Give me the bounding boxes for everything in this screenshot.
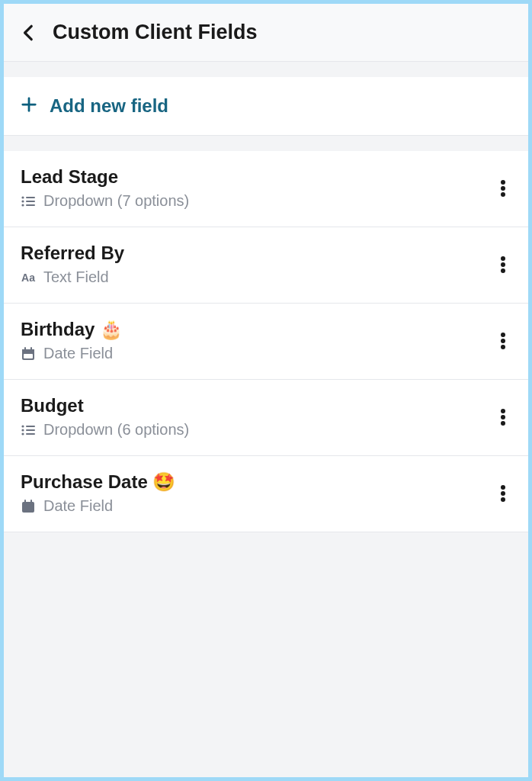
- calendar-icon: [21, 347, 36, 361]
- svg-rect-17: [30, 347, 32, 351]
- back-button[interactable]: [19, 23, 39, 43]
- field-type-row: Dropdown (7 options): [21, 192, 189, 210]
- field-info: Lead Stage Dropdown (7 options): [21, 166, 189, 210]
- more-vertical-icon: [501, 256, 505, 274]
- list-icon: [21, 425, 36, 435]
- more-vertical-icon: [501, 484, 505, 503]
- svg-point-8: [501, 180, 505, 185]
- fields-list: Lead Stage Dropdown (7 options): [4, 151, 528, 532]
- svg-point-11: [501, 256, 505, 261]
- field-type-label: Date Field: [43, 345, 113, 362]
- more-menu-button[interactable]: [495, 249, 511, 280]
- svg-rect-15: [22, 349, 34, 352]
- more-vertical-icon: [501, 179, 505, 198]
- svg-rect-3: [26, 197, 35, 198]
- add-field-label: Add new field: [50, 95, 168, 117]
- field-type-row: Dropdown (6 options): [21, 421, 189, 439]
- svg-point-35: [501, 485, 505, 490]
- field-title: Purchase Date 🤩: [21, 471, 175, 493]
- svg-point-4: [21, 200, 24, 202]
- page-header: Custom Client Fields: [4, 4, 528, 62]
- list-icon: [21, 196, 36, 207]
- field-item-birthday[interactable]: Birthday 🎂 Date Field: [4, 304, 528, 380]
- svg-point-13: [501, 268, 505, 273]
- svg-rect-7: [26, 204, 35, 206]
- field-item-purchase-date[interactable]: Purchase Date 🤩 Date Field: [4, 456, 528, 532]
- more-vertical-icon: [501, 332, 505, 350]
- svg-rect-32: [22, 502, 34, 513]
- svg-rect-33: [24, 500, 26, 503]
- svg-point-31: [501, 421, 505, 426]
- chevron-left-icon: [19, 23, 39, 43]
- text-icon: Aa: [21, 272, 36, 284]
- svg-rect-28: [26, 433, 35, 435]
- field-title: Budget: [21, 395, 189, 416]
- spacer: [4, 62, 528, 77]
- app-container: Custom Client Fields Add new field Lead …: [4, 4, 528, 777]
- field-type-label: Text Field: [43, 268, 109, 286]
- svg-point-22: [501, 345, 505, 349]
- field-title: Referred By: [21, 243, 124, 264]
- field-title: Birthday 🎂: [21, 319, 123, 340]
- field-type-label: Dropdown (6 options): [43, 421, 189, 439]
- svg-point-21: [501, 339, 505, 343]
- more-menu-button[interactable]: [495, 402, 511, 432]
- more-menu-button[interactable]: [495, 326, 511, 356]
- field-info: Budget Dropdown (6 options): [21, 395, 189, 439]
- add-new-field-button[interactable]: Add new field: [4, 77, 528, 136]
- svg-point-23: [21, 425, 24, 427]
- field-item-lead-stage[interactable]: Lead Stage Dropdown (7 options): [4, 151, 528, 227]
- svg-point-10: [501, 192, 505, 197]
- plus-icon: [21, 96, 37, 116]
- svg-point-20: [501, 333, 505, 337]
- field-type-label: Dropdown (7 options): [43, 192, 189, 210]
- field-item-budget[interactable]: Budget Dropdown (6 options): [4, 380, 528, 456]
- field-title: Lead Stage: [21, 166, 189, 188]
- svg-rect-26: [26, 429, 35, 431]
- svg-rect-34: [30, 500, 32, 503]
- more-vertical-icon: [501, 408, 505, 426]
- svg-point-12: [501, 262, 505, 267]
- svg-point-2: [21, 196, 24, 198]
- svg-point-27: [21, 432, 24, 435]
- svg-point-9: [501, 186, 505, 191]
- calendar-icon: [21, 500, 36, 513]
- field-type-label: Date Field: [43, 497, 113, 515]
- svg-point-30: [501, 415, 505, 419]
- field-type-row: Aa Text Field: [21, 268, 124, 286]
- more-menu-button[interactable]: [495, 478, 511, 509]
- more-menu-button[interactable]: [495, 173, 511, 204]
- svg-rect-24: [26, 426, 35, 427]
- spacer: [4, 136, 528, 151]
- svg-rect-5: [26, 201, 35, 202]
- svg-point-6: [21, 204, 24, 206]
- field-info: Referred By Aa Text Field: [21, 243, 124, 286]
- svg-rect-16: [24, 347, 26, 351]
- svg-point-29: [501, 409, 505, 413]
- field-type-row: Date Field: [21, 345, 123, 362]
- field-info: Birthday 🎂 Date Field: [21, 319, 123, 362]
- svg-point-37: [501, 497, 505, 502]
- field-info: Purchase Date 🤩 Date Field: [21, 471, 175, 515]
- svg-point-25: [21, 429, 24, 431]
- svg-point-36: [501, 491, 505, 496]
- page-title: Custom Client Fields: [53, 21, 258, 44]
- field-type-row: Date Field: [21, 497, 175, 515]
- field-item-referred-by[interactable]: Referred By Aa Text Field: [4, 227, 528, 304]
